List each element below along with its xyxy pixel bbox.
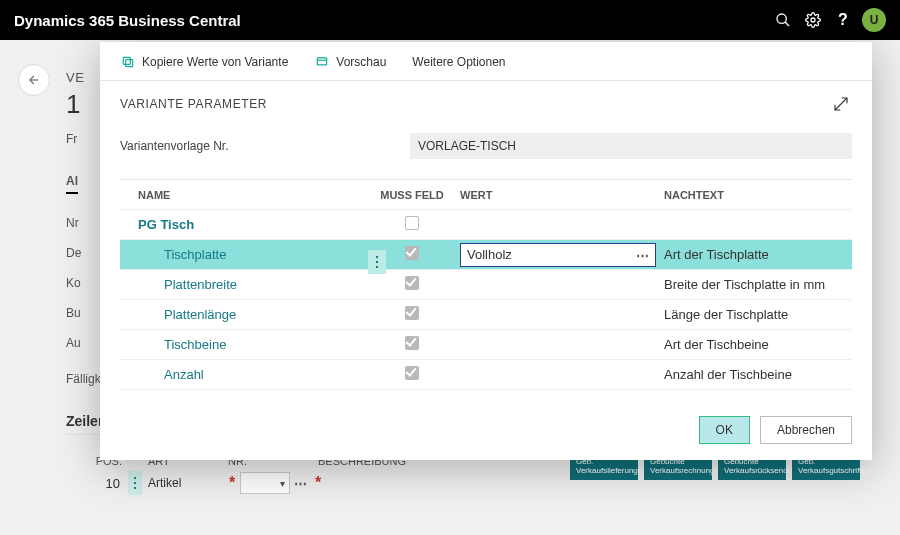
tile-caption: Geb. Verkaufsgutschriften xyxy=(798,458,854,476)
row-handle-icon[interactable] xyxy=(128,471,142,495)
template-no-label: Variantenvorlage Nr. xyxy=(120,139,400,153)
must-checkbox[interactable] xyxy=(405,336,419,350)
must-checkbox[interactable] xyxy=(405,276,419,290)
lookup-icon[interactable]: ⋯ xyxy=(636,248,649,263)
param-nach: Anzahl der Tischbeine xyxy=(656,367,852,382)
svg-rect-7 xyxy=(126,60,133,67)
col-nach: NACHTEXT xyxy=(656,189,852,201)
param-nach: Breite der Tischplatte in mm xyxy=(656,277,852,292)
param-nach: Art der Tischplatte xyxy=(656,247,852,262)
must-checkbox[interactable] xyxy=(405,246,419,260)
dialog-toolbar: Kopiere Werte von Variante Vorschau Weit… xyxy=(120,50,852,80)
wert-value: Vollholz xyxy=(467,247,512,262)
required-icon-2: * xyxy=(310,474,326,492)
svg-rect-8 xyxy=(123,57,130,64)
table-row-selected[interactable]: Tischplatte Vollholz ⋯ Art der Tischplat… xyxy=(120,240,852,270)
back-button[interactable] xyxy=(18,64,50,96)
must-checkbox[interactable] xyxy=(405,216,419,230)
ok-button[interactable]: OK xyxy=(699,416,750,444)
gear-icon[interactable] xyxy=(798,5,828,35)
svg-line-1 xyxy=(785,22,789,26)
wert-input[interactable]: Vollholz ⋯ xyxy=(460,243,656,267)
grid-row[interactable]: 10 Artikel * ▾ ⋯ * xyxy=(66,469,546,497)
param-name[interactable]: PG Tisch xyxy=(138,217,194,232)
variant-parameter-dialog: Kopiere Werte von Variante Vorschau Weit… xyxy=(100,42,872,460)
required-icon: * xyxy=(224,474,240,492)
param-name[interactable]: Tischbeine xyxy=(164,337,226,352)
preview-button[interactable]: Vorschau xyxy=(314,54,386,70)
dialog-title: VARIANTE PARAMETER xyxy=(120,97,267,111)
param-nach: Länge der Tischplatte xyxy=(656,307,852,322)
tab-general[interactable]: Al xyxy=(66,174,78,194)
tile-caption: Geb. Verkaufslieferungen xyxy=(576,458,632,476)
must-checkbox[interactable] xyxy=(405,366,419,380)
col-must: MUSS FELD xyxy=(368,189,456,201)
template-no-field[interactable]: VORLAGE-TISCH xyxy=(410,133,852,159)
preview-icon xyxy=(314,54,330,70)
app-title: Dynamics 365 Business Central xyxy=(14,12,241,29)
search-icon[interactable] xyxy=(768,5,798,35)
chevron-down-icon: ▾ xyxy=(280,478,285,489)
dialog-footer: OK Abbrechen xyxy=(120,416,852,444)
more-options-label: Weitere Optionen xyxy=(412,55,505,69)
copy-icon xyxy=(120,54,136,70)
more-options-button[interactable]: Weitere Optionen xyxy=(412,55,505,69)
table-row[interactable]: Tischbeine Art der Tischbeine xyxy=(120,330,852,360)
must-checkbox[interactable] xyxy=(405,306,419,320)
preview-label: Vorschau xyxy=(336,55,386,69)
row-menu-icon[interactable] xyxy=(368,250,386,274)
cell-pos: 10 xyxy=(66,476,126,491)
maximize-icon[interactable] xyxy=(830,93,852,115)
svg-point-0 xyxy=(777,14,786,23)
help-icon[interactable]: ? xyxy=(828,5,858,35)
copy-label: Kopiere Werte von Variante xyxy=(142,55,288,69)
table-row-group[interactable]: PG Tisch xyxy=(120,210,852,240)
parameter-table: NAME MUSS FELD WERT NACHTEXT PG Tisch Ti… xyxy=(120,179,852,390)
param-name[interactable]: Anzahl xyxy=(164,367,204,382)
tile-caption: Gebuchte Verkaufsrechnungen xyxy=(650,458,706,476)
cancel-button[interactable]: Abbrechen xyxy=(760,416,852,444)
topbar: Dynamics 365 Business Central ? U xyxy=(0,0,900,40)
svg-point-2 xyxy=(811,18,815,22)
table-row[interactable]: Plattenlänge Länge der Tischplatte xyxy=(120,300,852,330)
table-row[interactable]: Anzahl Anzahl der Tischbeine xyxy=(120,360,852,390)
param-nach: Art der Tischbeine xyxy=(656,337,852,352)
avatar[interactable]: U xyxy=(862,8,886,32)
nr-lookup-icon[interactable]: ⋯ xyxy=(290,476,310,491)
tile-caption: Gebuchte Verkaufsrücksendungen xyxy=(724,458,780,476)
col-wert: WERT xyxy=(456,189,656,201)
cell-art: Artikel xyxy=(144,476,224,490)
param-name[interactable]: Plattenlänge xyxy=(164,307,236,322)
nr-select[interactable]: ▾ xyxy=(240,472,290,494)
table-row[interactable]: Plattenbreite Breite der Tischplatte in … xyxy=(120,270,852,300)
param-name[interactable]: Plattenbreite xyxy=(164,277,237,292)
param-name[interactable]: Tischplatte xyxy=(164,247,226,262)
col-name: NAME xyxy=(120,189,368,201)
table-header: NAME MUSS FELD WERT NACHTEXT xyxy=(120,180,852,210)
copy-from-variant-button[interactable]: Kopiere Werte von Variante xyxy=(120,54,288,70)
svg-rect-9 xyxy=(318,58,327,65)
